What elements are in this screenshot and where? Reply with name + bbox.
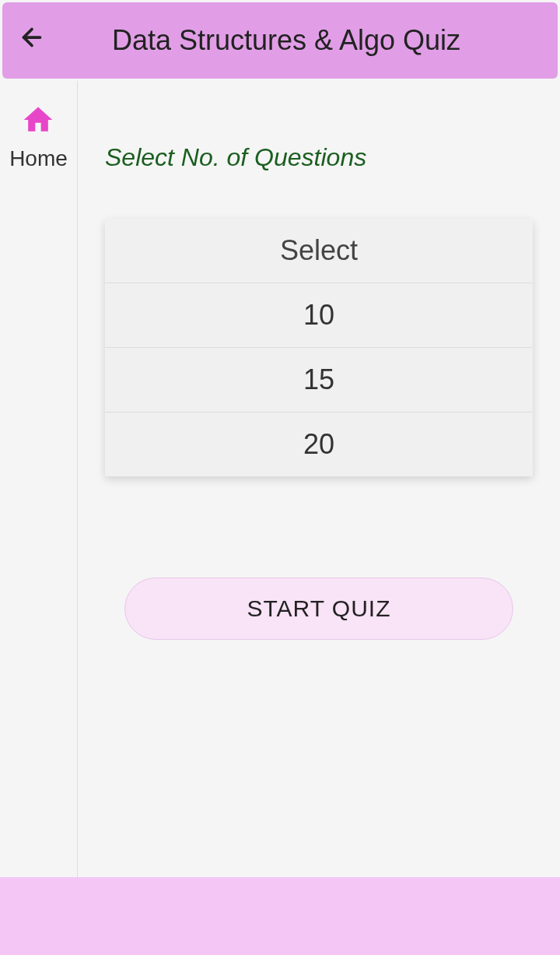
option-20[interactable]: 20 [105,413,533,476]
prompt-label: Select No. of Questions [105,143,533,172]
question-count-selector: Select 10 15 20 [105,219,533,476]
home-icon [21,103,55,140]
app-header: Data Structures & Algo Quiz [2,2,558,79]
page-title: Data Structures & Algo Quiz [61,24,511,57]
back-arrow-icon[interactable] [18,23,46,58]
footer-bar [0,877,560,955]
sidebar-item-home[interactable]: Home [9,103,68,171]
sidebar-item-label: Home [9,146,68,171]
sidebar: Home [0,81,78,877]
select-header: Select [105,219,533,283]
option-10[interactable]: 10 [105,283,533,348]
option-15[interactable]: 15 [105,348,533,413]
main-content: Select No. of Questions Select 10 15 20 … [78,81,560,877]
start-quiz-button[interactable]: START QUIZ [124,578,513,640]
